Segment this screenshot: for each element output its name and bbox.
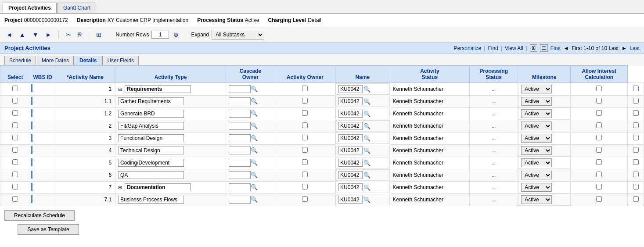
milestone-checkbox[interactable] (596, 122, 602, 128)
activity-type-search-button[interactable]: 🔍 (251, 98, 258, 104)
personalize-link[interactable]: Personalize (454, 45, 482, 51)
grid-view-button[interactable]: ⊞ (530, 44, 537, 52)
activity-owner-search-button[interactable]: 🔍 (363, 147, 371, 154)
select-checkbox[interactable] (12, 122, 18, 128)
select-checkbox[interactable] (12, 86, 18, 91)
activity-type-search-button[interactable]: 🔍 (251, 110, 258, 117)
cut-button[interactable]: ✂ (64, 30, 73, 39)
select-checkbox[interactable] (12, 147, 18, 153)
activity-name-input[interactable] (118, 122, 184, 130)
activity-type-search-button[interactable]: 🔍 (251, 184, 258, 190)
processing-status-select[interactable]: ActiveInactiveClosed (521, 171, 552, 179)
activity-type-input[interactable] (229, 110, 251, 118)
milestone-checkbox[interactable] (596, 110, 602, 116)
activity-type-search-button[interactable]: 🔍 (251, 172, 258, 178)
activity-type-input[interactable] (229, 196, 251, 204)
activity-name-input[interactable] (118, 159, 184, 167)
activity-type-input[interactable] (229, 147, 251, 154)
processing-status-select[interactable]: ActiveInactiveClosed (521, 134, 552, 143)
activity-owner-input[interactable] (338, 97, 363, 105)
activity-owner-search-button[interactable]: 🔍 (363, 111, 371, 117)
select-checkbox[interactable] (12, 172, 18, 177)
cascade-owner-checkbox[interactable] (302, 122, 308, 128)
allow-interest-checkbox[interactable] (633, 184, 639, 190)
activity-owner-search-button[interactable]: 🔍 (363, 160, 371, 166)
activity-owner-input[interactable] (338, 110, 363, 118)
cascade-owner-checkbox[interactable] (302, 110, 308, 116)
copy-button[interactable]: ⎘ (76, 30, 83, 39)
activity-name-input[interactable] (125, 183, 191, 191)
activity-name-input[interactable] (118, 171, 184, 179)
allow-interest-checkbox[interactable] (633, 172, 639, 177)
first-link[interactable]: First (550, 45, 561, 51)
allow-interest-checkbox[interactable] (633, 110, 639, 116)
tab-more-dates[interactable]: More Dates (37, 56, 74, 65)
nav-forward-button[interactable]: ▼ (31, 30, 40, 39)
expand-collapse-icon[interactable]: ⊟ (118, 185, 123, 190)
allow-interest-checkbox[interactable] (633, 196, 639, 202)
allow-interest-checkbox[interactable] (633, 98, 639, 104)
cascade-owner-checkbox[interactable] (302, 159, 308, 165)
milestone-checkbox[interactable] (596, 172, 602, 177)
activity-owner-input[interactable] (338, 134, 363, 142)
milestone-checkbox[interactable] (596, 135, 602, 140)
activity-owner-input[interactable] (338, 196, 363, 204)
processing-status-select[interactable]: ActiveInactiveClosed (521, 183, 552, 192)
milestone-checkbox[interactable] (596, 196, 602, 202)
activity-type-input[interactable] (229, 171, 251, 179)
cascade-owner-checkbox[interactable] (302, 86, 308, 91)
activity-owner-search-button[interactable]: 🔍 (363, 123, 371, 129)
activity-owner-input[interactable] (338, 122, 363, 130)
activity-owner-input[interactable] (338, 171, 363, 179)
processing-status-select[interactable]: ActiveInactiveClosed (521, 158, 552, 167)
activity-type-search-button[interactable]: 🔍 (251, 86, 258, 92)
activity-name-input[interactable] (118, 110, 184, 118)
activity-name-input[interactable] (118, 196, 184, 204)
processing-status-select[interactable]: ActiveInactiveClosed (521, 97, 552, 106)
select-checkbox[interactable] (12, 98, 18, 104)
milestone-checkbox[interactable] (596, 184, 602, 190)
activity-type-search-button[interactable]: 🔍 (251, 159, 258, 166)
last-link[interactable]: Last (630, 45, 640, 51)
processing-status-select[interactable]: ActiveInactiveClosed (521, 195, 552, 204)
tab-schedule[interactable]: Schedule (4, 56, 36, 65)
allow-interest-checkbox[interactable] (633, 159, 639, 165)
find-link[interactable]: Find (488, 45, 498, 51)
activity-type-input[interactable] (229, 97, 251, 105)
cascade-owner-checkbox[interactable] (302, 172, 308, 177)
activity-name-input[interactable] (118, 97, 184, 105)
activity-name-input[interactable] (118, 134, 184, 142)
milestone-checkbox[interactable] (596, 98, 602, 104)
recalculate-button[interactable]: Recalculate Schedule (4, 210, 75, 221)
nav-up-button[interactable]: ▲ (18, 30, 27, 39)
cascade-owner-checkbox[interactable] (302, 147, 308, 153)
activity-type-search-button[interactable]: 🔍 (251, 147, 258, 154)
tab-details[interactable]: Details (75, 56, 101, 65)
activity-owner-search-button[interactable]: 🔍 (363, 197, 371, 203)
activity-owner-search-button[interactable]: 🔍 (363, 98, 371, 105)
tab-user-fields[interactable]: User Fields (102, 56, 139, 65)
tab-project-activities[interactable]: Project Activities (3, 3, 57, 13)
select-checkbox[interactable] (12, 110, 18, 116)
select-checkbox[interactable] (12, 196, 18, 202)
allow-interest-checkbox[interactable] (633, 122, 639, 128)
activity-type-input[interactable] (229, 85, 251, 93)
allow-interest-checkbox[interactable] (633, 147, 639, 153)
activity-type-search-button[interactable]: 🔍 (251, 135, 258, 141)
allow-interest-checkbox[interactable] (633, 86, 639, 91)
processing-status-select[interactable]: ActiveInactiveClosed (521, 109, 552, 118)
add-row-button[interactable]: ⊞ (94, 30, 103, 39)
processing-status-select[interactable]: ActiveInactiveClosed (521, 122, 552, 130)
select-checkbox[interactable] (12, 159, 18, 165)
cascade-owner-checkbox[interactable] (302, 184, 308, 190)
milestone-checkbox[interactable] (596, 86, 602, 91)
save-template-button[interactable]: Save as Template (18, 224, 79, 235)
select-checkbox[interactable] (12, 184, 18, 190)
activity-type-search-button[interactable]: 🔍 (251, 122, 258, 129)
activity-type-input[interactable] (229, 122, 251, 130)
nav-back-button[interactable]: ◄ (4, 30, 14, 39)
activity-owner-search-button[interactable]: 🔍 (363, 172, 371, 179)
milestone-checkbox[interactable] (596, 159, 602, 165)
cascade-owner-checkbox[interactable] (302, 196, 308, 202)
activity-owner-search-button[interactable]: 🔍 (363, 184, 371, 191)
